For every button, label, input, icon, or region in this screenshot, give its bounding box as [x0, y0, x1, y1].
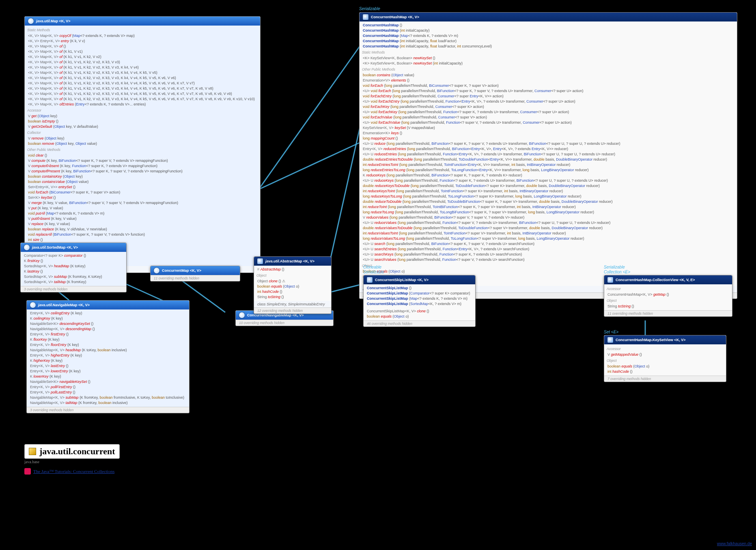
method-row: V reduceValues (long parallelismThreshol…: [362, 215, 734, 220]
method-row: void forEachValue (long parallelismThres…: [362, 115, 734, 120]
method-row: <U> U search (long parallelismThreshold,…: [362, 241, 734, 247]
header-navigablemap: java.util.NavigableMap <K, V>: [27, 301, 189, 309]
class-concurrenthashmap: ConcurrentHashMap <K, V> ConcurrentHashM…: [359, 12, 737, 299]
section-static-methods: Static Methods: [27, 28, 258, 33]
method-row: boolean containsValue (Object value): [27, 179, 258, 185]
constructor-row: ConcurrentHashMap (int initialCapacity, …: [362, 44, 734, 49]
method-row: Entry<K, V> pollFirstEntry (): [29, 385, 187, 390]
method-row: <U> U searchKeys (long parallelismThresh…: [362, 252, 734, 257]
interface-concurrentmap: ConcurrentMap <K, V> 11 overriding metho…: [150, 266, 240, 281]
constructor-row: ConcurrentHashMap (int initialCapacity): [362, 28, 734, 33]
method-row: K lastKey (): [23, 269, 124, 274]
method-row: V put (K key, V value): [27, 206, 258, 211]
method-row: K higherKey (K key): [29, 358, 187, 363]
class-concurrentskiplistmap: ConcurrentSkipListMap <K, V> ConcurrentS…: [363, 275, 476, 327]
method-row: <K, V> Entry<K, V> entry (K k, V v): [27, 39, 258, 44]
interface-icon: [28, 18, 34, 24]
svg-line-9: [331, 284, 363, 292]
method-row: Entry<K, V> reduceEntries (long parallel…: [362, 146, 734, 152]
method-row: <K, V> Map<K, V> of (K k1, V v1, K k2, V…: [27, 60, 258, 65]
method-row: <K, V> Map<K, V> of (K k1, V v1, K k2, V…: [27, 70, 258, 75]
method-row: int reduceToInt (long parallelismThresho…: [362, 204, 734, 210]
method-row: long reduceToLong (long parallelismThres…: [362, 210, 734, 215]
header-collectionview: ConcurrentHashMap.CollectionView <K, V, …: [604, 275, 732, 284]
method-row: boolean containsKey (Object key): [27, 174, 258, 179]
method-row: NavigableSet<K> descendingKeySet (): [29, 321, 187, 327]
header-abstractmap: java.util.AbstractMap <K, V>: [254, 257, 331, 266]
method-row: boolean contains (Object value): [362, 73, 734, 78]
footer-hidden-methods: 12 overriding methods hidden: [254, 307, 331, 314]
method-row: SortedMap<K, V> headMap (K toKey): [23, 264, 124, 269]
method-row: boolean isEmpty (): [27, 119, 258, 124]
method-row: <K, V> Map<K, V> ofEntries (Entry<? exte…: [27, 102, 258, 107]
method-row: void forEach (long parallelismThreshold,…: [362, 83, 734, 88]
constructor-row: ConcurrentHashMap (Map<? extends K, ? ex…: [362, 33, 734, 39]
class-icon: [607, 337, 613, 343]
package-icon: [29, 448, 36, 455]
method-row: int reduceEntriesToInt (long parallelism…: [362, 162, 734, 168]
class-icon: [257, 258, 263, 264]
method-row: V getOrDefault (Object key, V defaultVal…: [27, 124, 258, 129]
method-row: double reduceEntriesToDouble (long paral…: [362, 157, 734, 162]
footer-hidden-methods: 10 overriding methods hidden: [236, 320, 333, 326]
method-row: void replaceAll (BiFunction<? super K, ?…: [27, 232, 258, 237]
method-row: V get (Object key): [27, 114, 258, 119]
method-row: V remove (Object key): [27, 136, 258, 141]
method-row: long mappingCount (): [362, 136, 734, 141]
header-keysetview: ConcurrentHashMap.KeySetView <K, V>: [604, 335, 726, 344]
class-abstractmap: java.util.AbstractMap <K, V> # AbstractM…: [254, 256, 332, 314]
header-sortedmap: java.util.SortedMap <K, V>: [21, 243, 126, 252]
method-row: <K, V> Map<K, V> of (K k1, V v1, K k2, V…: [27, 65, 258, 70]
method-row: Enumeration<V> elements (): [362, 78, 734, 83]
method-row: <K, V> Map<K, V> of (K k1, V v1): [27, 49, 258, 54]
interface-map: java.util.Map <K, V> Static Methods <K, …: [24, 16, 261, 273]
method-row: <K, V> Map<K, V> of (K k1, V v1, K k2, V…: [27, 54, 258, 60]
constructor-row: ConcurrentSkipListMap (SortedMap<K, ? ex…: [366, 301, 473, 307]
header-concurrentskiplistmap: ConcurrentSkipListMap <K, V>: [364, 275, 475, 284]
method-row: V compute (K key, BiFunction<? super K, …: [27, 158, 258, 163]
method-row: V getMappedValue (): [607, 352, 724, 357]
badge-serializable: Serializable: [363, 270, 384, 274]
method-row: V putIfAbsent (K key, V value): [27, 216, 258, 221]
method-row: V computeIfAbsent (K key, Function<? sup…: [27, 163, 258, 169]
method-row: NavigableMap<K, V> headMap (K toKey, boo…: [29, 348, 187, 353]
section-object: Object: [362, 263, 734, 269]
badge-collection: Collection <E>: [604, 270, 630, 274]
method-row: V merge (K key, V value, BiFunction<? su…: [27, 200, 258, 206]
method-row: NavigableSet<K> navigableKeySet (): [29, 379, 187, 385]
watermark-link[interactable]: www.falkhausen.de: [717, 541, 752, 546]
method-row: int hashCode (): [256, 289, 329, 294]
constructor-row: ConcurrentHashMap (): [362, 23, 734, 28]
method-row: V replace (K key, V value): [27, 221, 258, 227]
interface-icon: [30, 302, 36, 308]
method-row: Set<K> keySet (): [27, 195, 258, 200]
method-row: boolean equals (Object o): [256, 284, 329, 289]
java-icon: [24, 468, 31, 475]
tutorial-link[interactable]: The Java™ Tutorials: Concurrent Collecti…: [24, 468, 120, 475]
method-row: <K, V> Map<K, V> of (K k1, V v1, K k2, V…: [27, 97, 258, 102]
method-row: <U> U searchEntries (long parallelismThr…: [362, 247, 734, 252]
method-row: int size (): [27, 237, 258, 243]
header-concurrentmap: ConcurrentMap <K, V>: [151, 266, 240, 275]
method-row: <U> U searchValues (long parallelismThre…: [362, 257, 734, 262]
interface-sortedmap: java.util.SortedMap <K, V> Comparator<? …: [20, 243, 127, 292]
method-row: <U> U reduceEntries (long parallelismThr…: [362, 152, 734, 157]
method-row: String toString (): [256, 294, 329, 300]
method-row: void clear (): [27, 153, 258, 158]
footer-hidden-methods: 3 overriding methods hidden: [27, 407, 189, 413]
section-object: Object: [256, 273, 329, 278]
method-row: void forEachEntry (long parallelismThres…: [362, 94, 734, 99]
method-row: <U> void forEach (long parallelismThresh…: [362, 88, 734, 94]
method-row: Entry<K, V> firstEntry (): [29, 332, 187, 337]
header-concurrenthashmap: ConcurrentHashMap <K, V>: [360, 13, 737, 21]
method-row: <K, V> Map<K, V> copyOf (Map<? extends K…: [27, 33, 258, 39]
section-accessor: Accessor: [607, 346, 724, 352]
method-row: double reduceKeysToDouble (long parallel…: [362, 183, 734, 189]
method-row: K firstKey (): [23, 258, 124, 264]
method-row: Comparator<? super K> comparator (): [23, 253, 124, 258]
diagram-title: java.util.concurrent java.base The Java™…: [24, 444, 120, 475]
method-row: int reduceKeysToInt (long parallelismThr…: [362, 189, 734, 194]
class-icon: [607, 277, 613, 283]
method-row: boolean replace (K key, V oldValue, V ne…: [27, 227, 258, 232]
footer-hidden-methods: 46 overriding methods hidden: [364, 320, 475, 327]
